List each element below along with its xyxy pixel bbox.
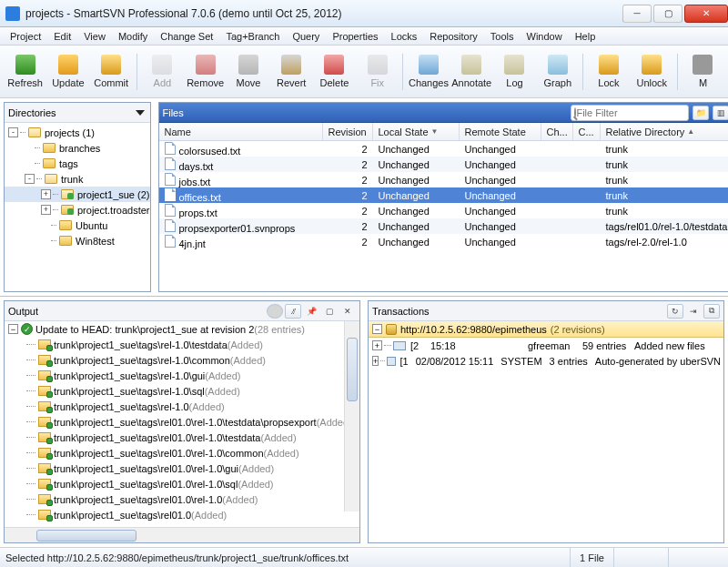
transactions-repo-row[interactable]: − http://10.2.5.62:9880/epimetheus (2 re… xyxy=(369,321,723,338)
expand-toggle[interactable]: − xyxy=(8,324,18,334)
tree-item[interactable]: Ubuntu xyxy=(5,218,150,233)
output-body[interactable]: −✓Update to HEAD: trunk\project1_sue at … xyxy=(5,321,359,527)
menu-tag-branch[interactable]: Tag+Branch xyxy=(219,29,286,44)
transactions-body[interactable]: +[215:18gfreeman59 entriesAdded new file… xyxy=(369,338,723,542)
revert-button[interactable]: Revert xyxy=(270,49,313,95)
expand-toggle[interactable]: + xyxy=(372,356,379,366)
tree-item[interactable]: -trunk xyxy=(5,171,150,187)
directories-tree[interactable]: -projects (1)branchestags-trunk+project1… xyxy=(5,123,150,291)
transactions-link-button[interactable]: ⇥ xyxy=(685,304,702,319)
changes-button[interactable]: Changes xyxy=(407,49,450,95)
m-button[interactable]: M xyxy=(682,49,724,95)
column-header[interactable]: Revision xyxy=(323,123,373,140)
log-button[interactable]: Log xyxy=(493,49,536,95)
menu-modify[interactable]: Modify xyxy=(112,29,154,44)
folder-added-icon xyxy=(38,463,51,473)
output-entry[interactable]: trunk\project1_sue\tags\rel-1.0\sql (Add… xyxy=(5,383,359,399)
output-entry[interactable]: trunk\project1_sue\tags\rel-1.0\testdata… xyxy=(5,337,359,352)
remove-button[interactable]: Remove xyxy=(184,49,227,95)
annotate-icon xyxy=(461,55,481,75)
output-pin-button[interactable]: 📌 xyxy=(303,304,319,319)
graph-button[interactable]: Graph xyxy=(536,49,579,95)
output-head-row[interactable]: −✓Update to HEAD: trunk\project1_sue at … xyxy=(5,321,359,337)
column-header[interactable]: Remote State xyxy=(460,123,541,140)
file-row[interactable]: propsexporter01.svnprops2UnchangedUnchan… xyxy=(159,218,729,234)
menu-window[interactable]: Window xyxy=(521,29,569,44)
menu-tools[interactable]: Tools xyxy=(484,29,521,44)
transaction-row[interactable]: +[102/08/2012 15:11SYSTEM3 entriesAuto-g… xyxy=(369,353,723,369)
files-view-button-2[interactable]: ▥ xyxy=(713,106,728,120)
minimize-button[interactable]: ─ xyxy=(622,5,652,23)
file-row[interactable]: 4jn.jnt2UnchangedUnchangedtags/rel-2.0/r… xyxy=(159,234,729,249)
output-entry[interactable]: trunk\project1_sue\tags\rel-1.0 (Added) xyxy=(5,399,359,414)
directories-header[interactable]: Directories xyxy=(5,103,150,123)
menu-repository[interactable]: Repository xyxy=(423,29,484,44)
tree-item[interactable]: +project1_sue (2) xyxy=(5,187,150,202)
file-row[interactable]: colorsused.txt2UnchangedUnchangedtrunk xyxy=(159,141,729,157)
annotate-button[interactable]: Annotate xyxy=(450,49,493,95)
column-header[interactable]: Ch... xyxy=(541,123,573,140)
output-entry[interactable]: trunk\project1_sue\tags\rel01.0 (Added) xyxy=(5,507,359,522)
files-view-button-1[interactable]: 📁 xyxy=(693,106,709,120)
tree-item[interactable]: branches xyxy=(5,140,150,156)
transactions-refresh-button[interactable]: ↻ xyxy=(667,304,683,319)
output-entry[interactable]: trunk\project1_sue\tags\rel01.0\rel-1.0\… xyxy=(5,461,359,476)
file-row[interactable]: days.txt2UnchangedUnchangedtrunk xyxy=(159,157,729,172)
lock-button[interactable]: Lock xyxy=(587,49,630,95)
menu-project[interactable]: Project xyxy=(4,29,47,44)
output-entry[interactable]: trunk\project1_sue\tags\rel-1.0\gui (Add… xyxy=(5,368,359,383)
close-button[interactable]: ✕ xyxy=(684,5,728,23)
expand-toggle[interactable]: + xyxy=(372,340,382,350)
column-header[interactable]: Name xyxy=(159,123,323,140)
output-entry[interactable]: trunk\project1_sue\tags\rel01.0\rel-1.0\… xyxy=(5,414,359,430)
column-header[interactable]: Local State▼ xyxy=(373,123,460,140)
menu-help[interactable]: Help xyxy=(569,29,602,44)
output-scrollbar-h[interactable] xyxy=(5,527,359,542)
output-maximize-button[interactable]: ▢ xyxy=(321,304,338,319)
scrollbar-thumb[interactable] xyxy=(36,530,136,542)
tree-item[interactable]: -projects (1) xyxy=(5,125,150,140)
menu-locks[interactable]: Locks xyxy=(385,29,424,44)
output-entry[interactable]: trunk\project1_sue\tags\rel01.0\rel-1.0\… xyxy=(5,445,359,461)
menu-view[interactable]: View xyxy=(77,29,112,44)
expand-toggle[interactable]: + xyxy=(41,205,51,215)
expand-toggle[interactable]: - xyxy=(25,174,35,184)
expand-toggle[interactable]: - xyxy=(8,127,18,137)
column-header[interactable]: Relative Directory▲ xyxy=(601,123,729,140)
expand-toggle[interactable]: + xyxy=(41,189,51,199)
menu-change-set[interactable]: Change Set xyxy=(154,29,219,44)
refresh-button[interactable]: Refresh xyxy=(4,49,46,95)
tree-item[interactable]: +project.troadster xyxy=(5,202,150,218)
move-button[interactable]: Move xyxy=(227,49,269,95)
tree-item[interactable]: Win8test xyxy=(5,233,150,248)
output-close-button[interactable]: ✕ xyxy=(339,304,356,319)
file-row[interactable]: props.txt2UnchangedUnchangedtrunk xyxy=(159,203,729,218)
file-filter-box[interactable]: × xyxy=(571,105,689,121)
file-row[interactable]: offices.txt2UnchangedUnchangedtrunk xyxy=(159,187,729,203)
column-header[interactable]: C... xyxy=(573,123,601,140)
output-scrollbar-v[interactable] xyxy=(344,321,359,511)
delete-button[interactable]: Delete xyxy=(313,49,356,95)
output-filter-button[interactable]: ⫽ xyxy=(285,304,301,319)
commit-button[interactable]: Commit xyxy=(90,49,133,95)
output-entry[interactable]: trunk\project1_sue\tags\rel01.0\rel-1.0\… xyxy=(5,476,359,491)
expand-toggle[interactable]: − xyxy=(372,324,382,334)
menu-properties[interactable]: Properties xyxy=(326,29,384,44)
unlock-button[interactable]: Unlock xyxy=(631,49,673,95)
maximize-button[interactable]: ▢ xyxy=(653,5,682,23)
output-entry[interactable]: trunk\project1_sue\tags\rel01.0\rel-1.0\… xyxy=(5,430,359,445)
file-filter-input[interactable] xyxy=(576,107,702,118)
files-table-body[interactable]: colorsused.txt2UnchangedUnchangedtrunkda… xyxy=(159,141,729,291)
menu-query[interactable]: Query xyxy=(286,29,326,44)
chevron-down-icon[interactable] xyxy=(136,110,145,116)
output-entry[interactable]: trunk\project1_sue\tags\rel-1.0\common (… xyxy=(5,352,359,368)
scrollbar-thumb[interactable] xyxy=(347,338,358,401)
menu-edit[interactable]: Edit xyxy=(47,29,77,44)
output-stop-button[interactable] xyxy=(267,304,283,319)
output-entry[interactable]: trunk\project1_sue\tags\rel01.0\rel-1.0 … xyxy=(5,491,359,507)
update-button[interactable]: Update xyxy=(46,49,89,95)
transaction-row[interactable]: +[215:18gfreeman59 entriesAdded new file… xyxy=(369,338,723,353)
transactions-settings-button[interactable]: ⧉ xyxy=(703,304,720,319)
file-row[interactable]: jobs.txt2UnchangedUnchangedtrunk xyxy=(159,172,729,187)
tree-item[interactable]: tags xyxy=(5,156,150,171)
